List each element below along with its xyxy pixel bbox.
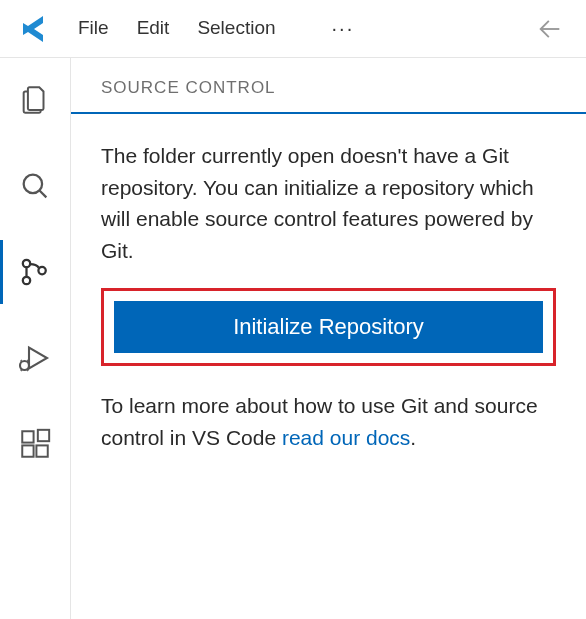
vscode-logo-icon (20, 13, 52, 45)
learn-more-suffix: . (410, 426, 416, 449)
svg-point-1 (23, 260, 30, 267)
scm-learn-more: To learn more about how to use Git and s… (101, 390, 556, 453)
activity-explorer[interactable] (0, 76, 70, 124)
titlebar: File Edit Selection ··· (0, 0, 586, 58)
back-arrow-icon[interactable] (534, 13, 566, 45)
body-area: SOURCE CONTROL The folder currently open… (0, 58, 586, 619)
svg-rect-7 (36, 445, 47, 456)
svg-rect-6 (22, 445, 33, 456)
menu-more-icon[interactable]: ··· (332, 17, 355, 40)
scm-intro-text: The folder currently open doesn't have a… (101, 140, 556, 266)
activity-extensions[interactable] (0, 420, 70, 468)
sidebar-title: SOURCE CONTROL (71, 58, 586, 112)
menu-selection[interactable]: Selection (197, 17, 275, 40)
menu-file[interactable]: File (78, 17, 109, 40)
read-our-docs-link[interactable]: read our docs (282, 426, 410, 449)
svg-rect-8 (38, 430, 49, 441)
svg-point-3 (38, 267, 45, 274)
svg-rect-5 (22, 431, 33, 442)
menu-edit[interactable]: Edit (137, 17, 170, 40)
svg-point-4 (20, 361, 29, 370)
menu-bar: File Edit Selection ··· (78, 17, 354, 40)
activity-source-control[interactable] (0, 248, 70, 296)
svg-point-2 (23, 277, 30, 284)
activity-run-debug[interactable] (0, 334, 70, 382)
activity-search[interactable] (0, 162, 70, 210)
source-control-sidebar: SOURCE CONTROL The folder currently open… (70, 58, 586, 619)
activity-bar (0, 58, 70, 619)
initialize-repository-button[interactable]: Initialize Repository (114, 301, 543, 353)
scm-panel: The folder currently open doesn't have a… (71, 112, 586, 473)
init-repo-highlight: Initialize Repository (101, 288, 556, 366)
